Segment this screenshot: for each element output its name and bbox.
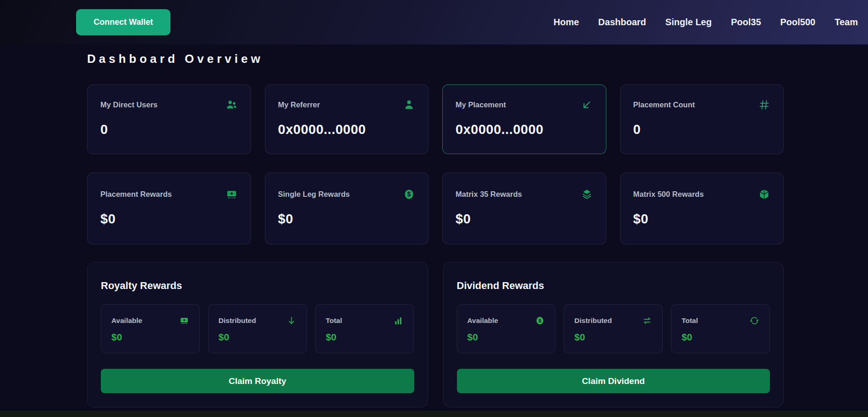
substat-label: Total bbox=[681, 317, 698, 325]
card-label: Placement Count bbox=[633, 100, 695, 109]
card-single-leg-rewards: $ Single Leg Rewards $0 bbox=[265, 172, 429, 245]
card-matrix-500-rewards: Matrix 500 Rewards $0 bbox=[620, 172, 784, 245]
svg-text:$: $ bbox=[538, 318, 542, 323]
claim-dividend-button[interactable]: Claim Dividend bbox=[457, 369, 770, 393]
nav-item-pool500[interactable]: Pool500 bbox=[780, 17, 816, 27]
card-label: Placement Rewards bbox=[100, 190, 172, 199]
substat-label: Total bbox=[326, 317, 342, 325]
card-value: $0 bbox=[100, 211, 238, 227]
royalty-distributed-card: Distributed $0 bbox=[208, 304, 307, 353]
stat-cards-row2: Placement Rewards $0 bbox=[87, 172, 784, 245]
stat-cards-row1: My Direct Users 0 My Referrer bbox=[87, 84, 784, 154]
dividend-distributed-card: Distributed $0 bbox=[564, 304, 663, 353]
card-value: 0x0000...0000 bbox=[278, 122, 416, 137]
royalty-rewards-panel: Royalty Rewards Available bbox=[87, 262, 428, 407]
substat-value: $0 bbox=[467, 332, 545, 343]
dividend-available-card: Available $ $0 bbox=[457, 304, 556, 353]
substat-value: $0 bbox=[574, 332, 652, 343]
panel-title: Royalty Rewards bbox=[101, 280, 414, 292]
nav-item-home[interactable]: Home bbox=[554, 17, 579, 27]
banknote-icon bbox=[179, 316, 189, 326]
substat-label: Available bbox=[111, 317, 143, 325]
substat-value: $0 bbox=[681, 332, 759, 343]
substat-label: Distributed bbox=[219, 317, 256, 325]
card-placement-rewards: Placement Rewards $0 bbox=[87, 172, 251, 245]
main-nav: Home Dashboard Single Leg Pool35 Pool500… bbox=[554, 17, 858, 28]
royalty-available-card: Available $0 bbox=[101, 304, 200, 353]
dividend-rewards-panel: Dividend Rewards Available $ bbox=[443, 262, 784, 407]
layers-icon bbox=[581, 188, 593, 200]
cube-icon bbox=[758, 188, 770, 200]
svg-text:$: $ bbox=[407, 190, 411, 198]
substat-label: Available bbox=[467, 317, 499, 325]
card-placement-count: Placement Count 0 bbox=[620, 84, 784, 154]
card-label: Matrix 35 Rewards bbox=[456, 190, 522, 199]
hash-icon bbox=[758, 99, 770, 111]
substat-label: Distributed bbox=[574, 317, 612, 325]
card-label: My Direct Users bbox=[100, 100, 158, 109]
card-label: Single Leg Rewards bbox=[278, 190, 350, 199]
footer-strip bbox=[0, 411, 868, 417]
substat-value: $0 bbox=[219, 332, 297, 343]
rewards-panels: Royalty Rewards Available bbox=[87, 262, 784, 407]
main-content: Dashboard Overview My Direct Users 0 bbox=[87, 52, 784, 407]
dollar-circle-icon: $ bbox=[535, 316, 545, 326]
royalty-total-card: Total $0 bbox=[315, 304, 414, 353]
top-navigation-bar: Connect Wallet Home Dashboard Single Leg… bbox=[0, 0, 868, 44]
card-my-direct-users: My Direct Users 0 bbox=[87, 84, 251, 154]
connect-wallet-button[interactable]: Connect Wallet bbox=[76, 9, 170, 35]
card-value: $0 bbox=[633, 211, 771, 227]
card-value: $0 bbox=[278, 211, 416, 227]
nav-item-single-leg[interactable]: Single Leg bbox=[665, 17, 712, 27]
card-my-referrer: My Referrer 0x0000...0000 bbox=[265, 84, 429, 154]
card-value: $0 bbox=[456, 211, 593, 227]
banknote-icon bbox=[225, 188, 238, 200]
dividend-total-card: Total $0 bbox=[671, 304, 770, 353]
card-label: My Referrer bbox=[278, 100, 320, 109]
card-label: Matrix 500 Rewards bbox=[633, 190, 704, 199]
arrow-down-icon bbox=[286, 316, 297, 326]
card-value: 0 bbox=[633, 122, 771, 137]
substat-value: $0 bbox=[326, 332, 404, 343]
dashboard-page: Connect Wallet Home Dashboard Single Leg… bbox=[0, 0, 868, 417]
card-matrix-35-rewards: Matrix 35 Rewards $0 bbox=[442, 172, 606, 245]
dollar-circle-icon: $ bbox=[403, 188, 415, 200]
card-value: 0x0000...0000 bbox=[456, 122, 593, 137]
panel-title: Dividend Rewards bbox=[457, 280, 770, 292]
nav-item-pool35[interactable]: Pool35 bbox=[731, 17, 761, 27]
card-value: 0 bbox=[100, 122, 238, 137]
card-my-placement: My Placement 0x0000...0000 bbox=[442, 84, 606, 154]
users-icon bbox=[225, 99, 238, 111]
transfer-icon bbox=[642, 316, 652, 326]
user-icon bbox=[403, 99, 415, 111]
arrow-down-left-icon bbox=[581, 99, 593, 111]
nav-item-dashboard[interactable]: Dashboard bbox=[598, 17, 646, 27]
substat-value: $0 bbox=[111, 332, 189, 343]
claim-royalty-button[interactable]: Claim Royalty bbox=[101, 369, 414, 393]
nav-item-team[interactable]: Team bbox=[835, 17, 858, 27]
page-title: Dashboard Overview bbox=[87, 52, 784, 66]
card-label: My Placement bbox=[456, 100, 506, 109]
refresh-icon bbox=[749, 316, 759, 326]
bar-chart-icon bbox=[393, 316, 403, 326]
